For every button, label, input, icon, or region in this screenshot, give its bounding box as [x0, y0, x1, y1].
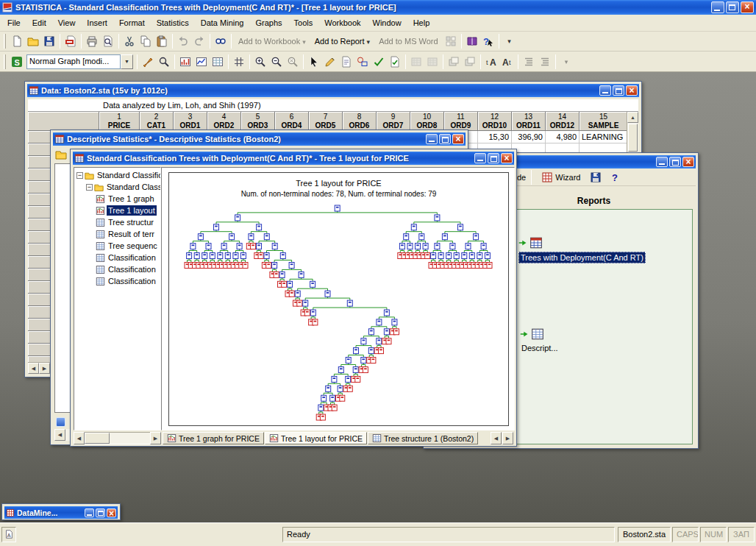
column-header-ord6[interactable]: 8ORD6	[343, 112, 377, 131]
workbook-item-5-result-of-terr[interactable]: Result of terr	[74, 228, 160, 240]
paste-button[interactable]	[154, 33, 170, 49]
report-item-descriptive[interactable]: Descript...	[520, 327, 560, 353]
graph-data-grid-button[interactable]	[210, 54, 226, 70]
workbook-item-3-tree-1-layout[interactable]: Tree 1 layout	[74, 205, 160, 216]
close-button[interactable]	[741, 1, 754, 13]
menu-statistics[interactable]: Statistics	[151, 15, 195, 31]
wizard-button[interactable]: Wizard	[537, 169, 585, 185]
data-minimize-button[interactable]	[599, 85, 611, 96]
workbook-item-0-standard-classificatio[interactable]: Standard Classificatio	[74, 169, 160, 181]
scroll-right-button[interactable]	[150, 432, 161, 444]
graph-frame-button[interactable]	[177, 54, 193, 70]
cut-button[interactable]	[121, 33, 138, 49]
hscroll-track[interactable]	[85, 432, 150, 444]
data-cell[interactable]: 396,90	[512, 131, 546, 143]
tab-tree-1-graph-for-price[interactable]: Tree 1 graph for PRICE	[163, 432, 264, 444]
graph-line-frame-button[interactable]	[193, 54, 210, 70]
print-button[interactable]	[84, 33, 100, 49]
dm-close-button[interactable]	[107, 508, 116, 517]
reports-restore-button[interactable]	[669, 157, 681, 167]
report-item-trees[interactable]: Trees with Deployment(C And RT)	[518, 236, 646, 263]
toolbar-options-button[interactable]	[502, 33, 518, 49]
trees-restore-button[interactable]	[488, 153, 499, 163]
dm-restore-button[interactable]	[96, 508, 105, 517]
trees-minimize-button[interactable]	[474, 153, 486, 163]
glossary-button[interactable]	[464, 33, 480, 49]
zoom-in-button[interactable]	[252, 54, 268, 70]
menu-file[interactable]: File	[1, 15, 26, 31]
combo-dropdown-arrow[interactable]	[121, 54, 133, 69]
new-button[interactable]	[9, 33, 25, 49]
graph-style-combo[interactable]: Normal Graph [modi...	[26, 54, 133, 69]
workbook-hscrollbar[interactable]	[74, 432, 161, 444]
copy-button[interactable]	[138, 33, 154, 49]
workbook-item-4-tree-structur[interactable]: Tree structur	[74, 216, 160, 228]
menu-graphs[interactable]: Graphs	[249, 15, 288, 31]
column-header-ord10[interactable]: 12ORD10	[478, 112, 512, 131]
gridlines-button[interactable]	[231, 54, 247, 70]
tab-tree-structure-1-boston2[interactable]: Tree structure 1 (Boston2)	[368, 432, 478, 444]
brush-button[interactable]	[140, 54, 156, 70]
desc-minimize-button[interactable]	[426, 134, 438, 144]
scroll-right-button[interactable]	[39, 363, 50, 374]
desc-window-title-bar[interactable]: Descriptive Statistics* - Descriptive St…	[53, 132, 466, 146]
reports-close-button[interactable]	[682, 157, 694, 167]
scroll-left-button[interactable]	[28, 363, 39, 374]
save-as-pdf-button[interactable]	[63, 33, 79, 49]
column-header-ord7[interactable]: 9ORD7	[377, 112, 410, 131]
data-cell[interactable]: 15,30	[478, 131, 512, 143]
data-cell[interactable]: 4,980	[546, 131, 580, 143]
menu-help[interactable]: Help	[407, 15, 436, 31]
dm-minimize-button[interactable]	[85, 508, 94, 517]
data-close-button[interactable]	[626, 85, 638, 96]
column-header-ord11[interactable]: 13ORD11	[512, 112, 546, 131]
data-restore-button[interactable]	[613, 85, 624, 96]
scroll-left-button[interactable]	[74, 432, 85, 444]
shapes-tool-button[interactable]	[354, 54, 371, 70]
tabs-scroll-right[interactable]	[502, 432, 513, 444]
zoom-mode-button[interactable]	[156, 54, 172, 70]
desc-scroll-button[interactable]	[56, 417, 65, 427]
menu-view[interactable]: View	[52, 15, 82, 31]
column-header-price[interactable]: 1PRICE	[99, 112, 140, 131]
data-window-title-bar[interactable]: Data: Boston2.sta (15v by 1012c)	[27, 84, 639, 97]
reports-minimize-button[interactable]	[656, 157, 668, 167]
decrease-font-button[interactable]: At	[499, 54, 516, 70]
column-header-ord3[interactable]: 5ORD3	[241, 112, 275, 131]
report-item-label[interactable]: Descript...	[520, 343, 560, 353]
miner-help-button[interactable]: ?	[607, 169, 623, 185]
column-header-sample[interactable]: 15SAMPLE	[580, 112, 628, 131]
whats-this-help-button[interactable]: ?	[480, 33, 496, 49]
menu-edit[interactable]: Edit	[26, 15, 52, 31]
desc-restore-button[interactable]	[439, 134, 451, 144]
menu-format[interactable]: Format	[113, 15, 151, 31]
trees-window-title-bar[interactable]: Standard Classification Trees with Deplo…	[73, 152, 514, 165]
tabs-scroll-left[interactable]	[491, 432, 502, 444]
dataminer-title-bar[interactable]: DataMine...	[4, 506, 118, 519]
column-header-ord1[interactable]: 3ORD1	[174, 112, 207, 131]
column-header-ord2[interactable]: 4ORD2	[207, 112, 241, 131]
open-button[interactable]	[25, 33, 41, 49]
check-tool-button[interactable]	[371, 54, 387, 70]
miner-save-button[interactable]	[588, 169, 604, 185]
column-header-ord9[interactable]: 11ORD9	[444, 112, 478, 131]
check-doc-tool-button[interactable]	[387, 54, 403, 70]
menu-tools[interactable]: Tools	[288, 15, 319, 31]
workbook-item-6-tree-sequenc[interactable]: Tree sequenc	[74, 240, 160, 252]
scroll-up-button[interactable]	[627, 112, 638, 123]
pencil-tool-button[interactable]	[322, 54, 338, 70]
print-preview-button[interactable]	[100, 33, 116, 49]
minimize-button[interactable]	[711, 1, 724, 13]
column-header-ord12[interactable]: 14ORD12	[546, 112, 580, 131]
menu-window[interactable]: Window	[367, 15, 407, 31]
save-button[interactable]	[41, 33, 57, 49]
hscroll-thumb[interactable]	[85, 433, 110, 444]
workbook-item-7-classification[interactable]: Classification	[74, 252, 160, 263]
menu-data-mining[interactable]: Data Mining	[195, 15, 250, 31]
add-to-report-button[interactable]: Add to Report	[310, 33, 374, 49]
tab-tree-1-layout-for-price[interactable]: Tree 1 layout for PRICE	[265, 432, 367, 444]
column-header-ord4[interactable]: 6ORD4	[275, 112, 309, 131]
text-tool-button[interactable]	[338, 54, 354, 70]
vscroll-thumb[interactable]	[628, 124, 638, 152]
toolbar-grip[interactable]	[4, 54, 6, 69]
